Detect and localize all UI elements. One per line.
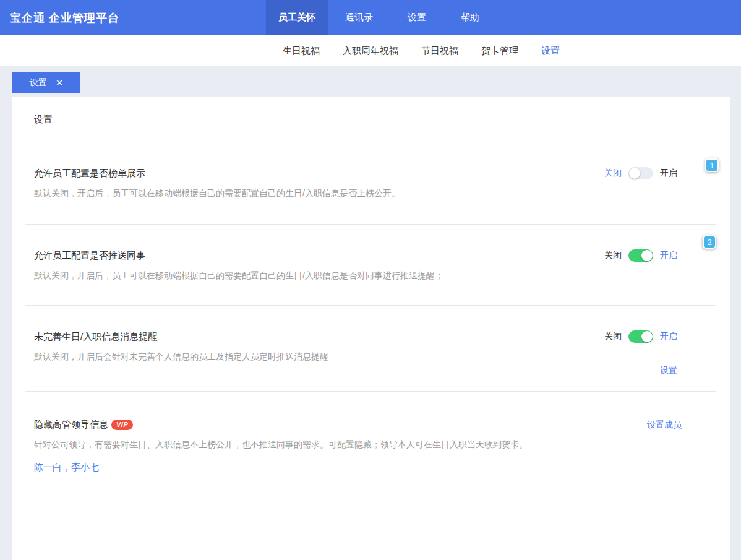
settings-tab-chip[interactable]: 设置 ✕ (12, 72, 80, 93)
on-label[interactable]: 开启 (660, 168, 677, 179)
setting-row-push-colleagues: 允许员工配置是否推送同事 关闭 开启 默认关闭，开启后，员工可以在移动端根据自己… (12, 225, 730, 306)
off-label[interactable]: 关闭 (604, 250, 622, 261)
setting-title: 隐藏高管领导信息 VIP (34, 419, 133, 431)
on-label[interactable]: 开启 (660, 250, 677, 261)
subnav-item-anniversary-wishes[interactable]: 入职周年祝福 (343, 45, 398, 57)
header-tab-employee-care[interactable]: 员工关怀 (266, 0, 328, 35)
top-header: 宝企通 企业管理平台 员工关怀 通讯录 设置 帮助 (0, 0, 741, 35)
header-tab-contacts[interactable]: 通讯录 (328, 0, 390, 35)
toggle-group-reminder: 关闭 开启 (604, 330, 677, 343)
setting-row-incomplete-info-reminder: 未完善生日/入职信息消息提醒 关闭 开启 默认关闭，开启后会针对未完善个人信息的… (12, 306, 730, 392)
subnav-item-birthday-wishes[interactable]: 生日祝福 (283, 45, 320, 57)
subnav-item-holiday-wishes[interactable]: 节日祝福 (421, 45, 458, 57)
toggle-switch-push[interactable] (628, 249, 653, 262)
off-label[interactable]: 关闭 (604, 331, 622, 342)
annotation-marker-2: 2 (703, 235, 716, 249)
settings-panel: 设置 允许员工配置是否榜单展示 关闭 开启 默认关闭，开启后，员工可以在移动端根… (12, 97, 730, 560)
app-title: 宝企通 企业管理平台 (10, 11, 119, 25)
toggle-group-leaderboard: 关闭 开启 (604, 167, 677, 179)
header-tabs: 员工关怀 通讯录 设置 帮助 (266, 0, 497, 35)
settings-tab-chip-label: 设置 (30, 77, 47, 88)
header-tab-settings[interactable]: 设置 (390, 0, 443, 35)
secondary-nav: 生日祝福 入职周年祝福 节日祝福 贺卡管理 设置 (0, 35, 741, 66)
switch-knob (629, 168, 640, 179)
toggle-switch-leaderboard[interactable] (628, 167, 653, 179)
setting-title-text: 隐藏高管领导信息 (34, 419, 108, 431)
setting-description: 默认关闭，开启后会针对未完善个人信息的员工及指定人员定时推送消息提醒 (12, 343, 730, 363)
subnav-item-settings[interactable]: 设置 (541, 45, 560, 57)
setting-description: 默认关闭，开启后，员工可以在移动端根据自己的需要配置自己的生日/入职信息是否对同… (12, 262, 730, 282)
switch-knob (641, 331, 653, 342)
off-label[interactable]: 关闭 (604, 168, 622, 179)
header-tab-help[interactable]: 帮助 (443, 0, 497, 35)
setting-row-hide-executive-info: 隐藏高管领导信息 VIP 设置成员 针对公司领导，有需要对生日、入职信息不上榜公… (12, 392, 730, 473)
subnav-item-card-management[interactable]: 贺卡管理 (481, 45, 518, 57)
secondary-nav-items: 生日祝福 入职周年祝福 节日祝福 贺卡管理 设置 (283, 35, 560, 66)
setting-description: 针对公司领导，有需要对生日、入职信息不上榜公开，也不推送同事的需求。可配置隐藏；… (12, 431, 730, 450)
setting-title: 允许员工配置是否推送同事 (34, 250, 145, 262)
toggle-group-push: 关闭 开启 (604, 249, 677, 262)
setting-description: 默认关闭，开启后，员工可以在移动端根据自己的需要配置自己的生日/入职信息是否上榜… (12, 179, 730, 199)
setting-title: 未完善生日/入职信息消息提醒 (34, 331, 157, 343)
switch-knob (641, 250, 653, 261)
close-icon[interactable]: ✕ (56, 78, 64, 87)
set-members-link[interactable]: 设置成员 (647, 420, 682, 431)
vip-badge: VIP (111, 420, 133, 430)
panel-heading: 设置 (12, 97, 730, 126)
toggle-switch-reminder[interactable] (628, 330, 653, 343)
hidden-members-list[interactable]: 陈一白，李小七 (12, 450, 730, 473)
setting-title: 允许员工配置是否榜单展示 (34, 168, 145, 179)
on-label[interactable]: 开启 (660, 331, 677, 342)
reminder-settings-link[interactable]: 设置 (660, 365, 677, 376)
setting-row-leaderboard-display: 允许员工配置是否榜单展示 关闭 开启 默认关闭，开启后，员工可以在移动端根据自己… (12, 142, 730, 225)
annotation-marker-1: 1 (705, 158, 719, 172)
